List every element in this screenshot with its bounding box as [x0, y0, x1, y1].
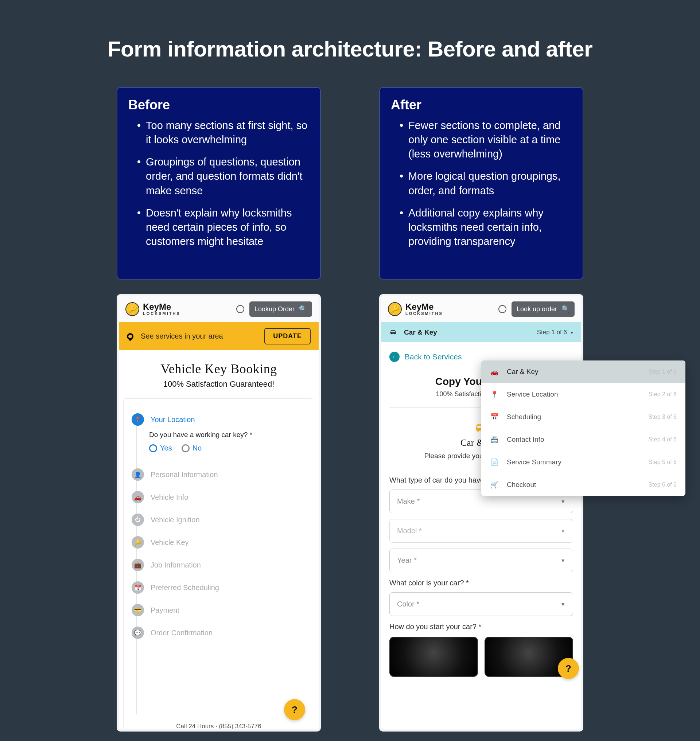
before-bullet: Too many sections at first sight, so it … — [137, 118, 309, 147]
help-button[interactable]: ? — [558, 658, 579, 679]
lookup-order-button[interactable]: Look up order 🔍 — [512, 301, 575, 317]
step-label[interactable]: Job Information — [151, 561, 201, 569]
brand-sub: LOCKSMITHS — [406, 311, 443, 316]
dark-mode-icon[interactable] — [499, 305, 506, 313]
before-bullet: Doesn't explain why locksmiths need cert… — [137, 206, 309, 248]
booking-title: Vehicle Key Booking — [119, 350, 319, 379]
step-option[interactable]: 📍 Service Location Step 2 of 6 — [481, 383, 685, 406]
step-option-label: Scheduling — [507, 413, 641, 421]
location-banner: See services in your area UPDATE — [119, 322, 319, 350]
year-select[interactable]: Year * ▼ — [390, 548, 573, 572]
step-option-meta: Step 6 of 6 — [649, 481, 676, 488]
ignition-icon: ⏻ — [132, 513, 144, 526]
step-option[interactable]: 🚗 Car & Key Step 1 of 6 — [481, 360, 685, 383]
caret-down-icon: ▼ — [560, 558, 565, 563]
person-icon: 👤 — [132, 468, 144, 481]
step-option[interactable]: 📇 Contact Info Step 4 of 6 — [481, 428, 685, 451]
pin-icon: 📍 — [490, 390, 499, 398]
step-option[interactable]: 📄 Service Summary Step 5 of 6 — [481, 451, 685, 473]
key-icon: 🔑 — [125, 302, 139, 316]
job-icon: 💼 — [132, 559, 144, 571]
question-start-car: How do you start your car? * — [390, 623, 573, 631]
step-option-meta: Step 1 of 6 — [649, 369, 676, 375]
arrow-left-icon: ← — [390, 352, 400, 362]
make-placeholder: Make * — [397, 497, 420, 506]
radio-yes[interactable]: Yes — [149, 444, 172, 452]
step-label[interactable]: Vehicle Ignition — [151, 516, 200, 524]
step-bar-meta: Step 1 of 6 — [537, 329, 567, 336]
pin-icon — [125, 332, 135, 341]
lookup-label: Look up order — [517, 306, 557, 313]
payment-icon: 💳 — [132, 604, 144, 616]
brand-logo[interactable]: 🔑 KeyMe LOCKSMITHS — [125, 302, 181, 316]
steps-dropdown: 🚗 Car & Key Step 1 of 6 📍 Service Locati… — [481, 360, 685, 496]
step-option-meta: Step 5 of 6 — [649, 459, 676, 465]
step-label[interactable]: Order Confirmation — [151, 629, 213, 637]
dark-mode-icon[interactable] — [236, 305, 244, 313]
step-label-active[interactable]: Your Location — [151, 416, 195, 424]
checkout-icon: 🛒 — [490, 481, 499, 489]
back-link-label: Back to Services — [405, 353, 462, 361]
car-icon: 🚗 — [490, 368, 499, 376]
page-title: Form information architecture: Before an… — [44, 37, 656, 62]
after-card: After Fewer sections to complete, and on… — [379, 87, 583, 279]
calendar-icon: 📅 — [132, 581, 144, 594]
radio-no[interactable]: No — [182, 444, 202, 452]
caret-down-icon: ▼ — [560, 528, 565, 534]
caret-down-icon: ▼ — [560, 498, 565, 504]
search-icon: 🔍 — [562, 305, 569, 313]
app-header: 🔑 KeyMe LOCKSMITHS Look up order 🔍 — [381, 296, 581, 322]
before-card: Before Too many sections at first sight,… — [117, 87, 321, 279]
brand-logo[interactable]: 🔑 KeyMe LOCKSMITHS — [388, 302, 443, 316]
step-label[interactable]: Personal Information — [151, 470, 218, 479]
booking-subtitle: 100% Satisfaction Guaranteed! — [119, 379, 319, 398]
before-heading: Before — [128, 97, 309, 113]
question-car-color: What color is your car? * — [390, 579, 573, 587]
step-option-label: Contact Info — [507, 435, 641, 444]
steps-panel: 📍 Your Location Do you have a working ca… — [123, 398, 314, 729]
step-label[interactable]: Vehicle Key — [151, 538, 189, 547]
ignition-option-turnkey[interactable] — [390, 637, 478, 677]
step-option-meta: Step 2 of 6 — [649, 391, 676, 398]
brand-name: KeyMe — [406, 303, 443, 311]
car-icon — [390, 328, 397, 337]
confirm-icon: 💬 — [132, 626, 144, 639]
step-label[interactable]: Payment — [151, 606, 179, 615]
question-text: Do you have a working car key? * — [149, 431, 307, 439]
update-button[interactable]: UPDATE — [264, 328, 310, 344]
brand-sub: LOCKSMITHS — [143, 311, 181, 316]
after-bullet: More logical question groupings, order, … — [400, 169, 572, 197]
after-bullet: Additional copy explains why locksmiths … — [400, 206, 572, 248]
step-option-label: Service Summary — [507, 458, 641, 466]
summary-icon: 📄 — [490, 458, 499, 466]
step-option-meta: Step 4 of 6 — [649, 436, 676, 443]
lookup-label: Lookup Order — [254, 306, 294, 313]
help-button[interactable]: ? — [284, 699, 305, 720]
year-placeholder: Year * — [397, 556, 417, 565]
step-bar-label: Car & Key — [404, 328, 437, 337]
search-icon: 🔍 — [299, 305, 307, 313]
contact-icon: 📇 — [490, 435, 499, 444]
chevron-down-icon: ▾ — [571, 329, 573, 335]
brand-name: KeyMe — [143, 303, 181, 311]
step-label[interactable]: Preferred Scheduling — [151, 584, 219, 592]
calendar-icon: 📅 — [490, 413, 499, 421]
step-progress-bar[interactable]: Car & Key Step 1 of 6 ▾ — [381, 322, 581, 342]
radio-no-label: No — [193, 444, 202, 452]
step-label[interactable]: Vehicle Info — [151, 493, 188, 501]
after-heading: After — [391, 97, 572, 113]
model-select[interactable]: Model * ▼ — [390, 519, 573, 543]
after-phone-mock: 🔑 KeyMe LOCKSMITHS Look up order 🔍 — [379, 294, 583, 732]
app-header: 🔑 KeyMe LOCKSMITHS Lookup Order 🔍 — [119, 296, 319, 322]
after-bullet: Fewer sections to complete, and only one… — [400, 118, 572, 161]
before-bullet: Groupings of questions, question order, … — [137, 155, 309, 197]
color-select[interactable]: Color * ▼ — [390, 592, 573, 616]
step-option[interactable]: 🛒 Checkout Step 6 of 6 — [481, 473, 685, 496]
lookup-order-button[interactable]: Lookup Order 🔍 — [249, 301, 312, 317]
radio-circle-icon — [149, 444, 157, 452]
footer-phone: Call 24 Hours · (855) 343-5776 — [119, 723, 319, 729]
banner-text: See services in your area — [141, 332, 223, 340]
step-option-meta: Step 3 of 6 — [649, 414, 676, 420]
key-icon: 🔑 — [388, 302, 402, 316]
step-option[interactable]: 📅 Scheduling Step 3 of 6 — [481, 406, 685, 428]
